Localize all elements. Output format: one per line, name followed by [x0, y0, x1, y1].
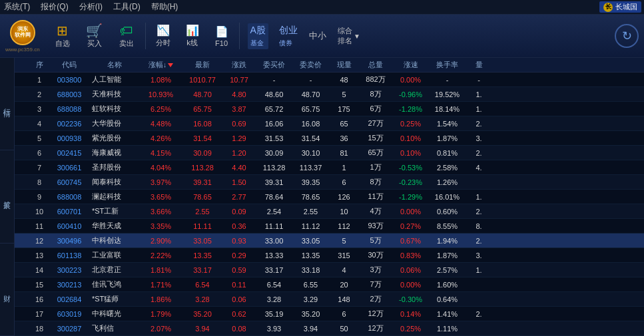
- table-row[interactable]: 12 300496 中科创达 2.90% 33.05 0.93 33.00 33…: [15, 234, 644, 248]
- cell-turnover: 1.87%: [429, 134, 466, 142]
- cell-pct: 4.48%: [139, 120, 182, 128]
- cell-turnover: 2.57%: [429, 266, 466, 274]
- cell-pct: 4.26%: [139, 134, 182, 142]
- kline-icon: 📊: [186, 24, 199, 37]
- sidebar-label-finance[interactable]: 财: [2, 283, 12, 295]
- cell-total: 8万: [359, 177, 392, 187]
- table-row[interactable]: 1 003800 人工智能 1.08% 1010.77 10.77 - - 48…: [15, 73, 644, 87]
- sell-label: 卖出: [119, 39, 134, 49]
- cell-code[interactable]: 300223: [49, 266, 89, 274]
- menu-system[interactable]: 系统(T): [3, 1, 31, 13]
- cell-now: 1: [329, 164, 359, 172]
- cell-change: 1.29: [222, 134, 256, 142]
- cell-code[interactable]: 688003: [49, 90, 89, 98]
- table-row[interactable]: 4 002236 大华股份 4.48% 16.08 0.69 16.06 16.…: [15, 116, 644, 131]
- menu-help[interactable]: 帮助(H): [150, 1, 180, 13]
- cell-code[interactable]: 002236: [49, 120, 89, 128]
- cell-seq: 3: [29, 105, 49, 113]
- table-row[interactable]: 9 688008 澜起科技 3.65% 78.65 2.77 78.64 78.…: [15, 190, 644, 204]
- toolbar: 润东软件网 www.pc359.cn ⊞ 自选 🛒 买入 🏷 卖出 📉 分时 📊…: [0, 15, 644, 58]
- cell-code[interactable]: 603019: [49, 310, 89, 318]
- cell-code[interactable]: 300287: [49, 325, 89, 333]
- cell-vol: 2.: [466, 237, 492, 245]
- cell-code[interactable]: 002415: [49, 149, 89, 157]
- table-row[interactable]: 17 603019 中科曙光 1.79% 35.20 0.62 35.19 35…: [15, 307, 644, 321]
- toolbar-kline-btn[interactable]: 📊 k线: [179, 19, 206, 53]
- table-row[interactable]: 6 002415 海康威视 4.15% 30.09 1.20 30.09 30.…: [15, 146, 644, 160]
- toolbar-afund-btn[interactable]: A股基金: [244, 19, 272, 53]
- cell-vol: 3.: [466, 134, 492, 142]
- table-row[interactable]: 3 688088 虹软科技 6.25% 65.75 3.87 65.72 65.…: [15, 102, 644, 116]
- table-row[interactable]: 13 601138 工业富联 2.22% 13.35 0.29 13.33 13…: [15, 248, 644, 263]
- table-row[interactable]: 14 300223 北京君正 1.81% 33.17 0.59 33.17 33…: [15, 263, 644, 277]
- table-row[interactable]: 16 002684 *ST猛师 1.86% 3.28 0.06 3.28 3.2…: [15, 292, 644, 307]
- toolbar-buy-btn[interactable]: 🛒 买入: [80, 19, 109, 53]
- cell-bid: 33.17: [256, 266, 292, 274]
- toolbar-watchlist-btn[interactable]: ⊞ 自选: [48, 19, 77, 53]
- table-row[interactable]: 2 688003 天准科技 10.93% 48.70 4.80 48.60 48…: [15, 87, 644, 102]
- sidebar-section-expand: 扩展: [0, 150, 14, 243]
- menu-tools[interactable]: 工具(D): [112, 1, 142, 13]
- menu-quote[interactable]: 报价(Q): [39, 1, 69, 13]
- cell-turnover: 0.64%: [429, 295, 466, 303]
- sidebar-label-expand[interactable]: 扩展: [2, 190, 12, 203]
- table-row[interactable]: 18 300287 飞利信 2.07% 3.94 0.08 3.93 3.94 …: [15, 321, 644, 336]
- cell-code[interactable]: 600745: [49, 178, 89, 186]
- header-total: 总量: [359, 60, 392, 70]
- cell-ask: 33.18: [292, 266, 329, 274]
- cell-name: *ST猛师: [89, 294, 139, 304]
- header-bid: 委买价: [256, 60, 292, 70]
- cell-turnover: 0.81%: [429, 149, 466, 157]
- cell-now: 81: [329, 149, 359, 157]
- table-row[interactable]: 15 300213 佳讯飞鸿 1.71% 6.54 0.11 6.54 6.55…: [15, 277, 644, 292]
- cell-total: 3万: [359, 265, 392, 275]
- toolbar-small-btn[interactable]: 中小: [304, 19, 331, 53]
- toolbar-f10-btn[interactable]: 📄 F10: [208, 19, 235, 53]
- cell-turnover: 1.26%: [429, 178, 466, 186]
- cell-price: 33.17: [182, 266, 222, 274]
- cell-code[interactable]: 300496: [49, 237, 89, 245]
- table-row[interactable]: 5 000938 紫光股份 4.26% 31.54 1.29 31.53 31.…: [15, 131, 644, 146]
- table-row[interactable]: 10 600701 *ST工新 3.66% 2.55 0.09 2.54 2.5…: [15, 204, 644, 219]
- cell-seq: 6: [29, 149, 49, 157]
- cell-ask: 78.65: [292, 193, 329, 201]
- cell-ask: 16.08: [292, 120, 329, 128]
- cell-name: 华胜天成: [89, 221, 139, 231]
- toolbar-rank-btn[interactable]: 综合排名 ▼: [334, 19, 364, 53]
- cell-name: 紫光股份: [89, 133, 139, 143]
- cell-code[interactable]: 300661: [49, 164, 89, 172]
- cell-name: 工业富联: [89, 250, 139, 260]
- menu-analysis[interactable]: 分析(I): [78, 1, 104, 13]
- table-row[interactable]: 8 600745 闻泰科技 3.97% 39.31 1.50 39.31 39.…: [15, 175, 644, 190]
- cell-turnover: -: [429, 76, 466, 84]
- cell-total: 882万: [359, 75, 392, 84]
- toolbar-bond-btn[interactable]: 创业债券: [275, 19, 302, 53]
- cell-code[interactable]: 300213: [49, 281, 89, 289]
- cell-name: 中科创达: [89, 236, 139, 246]
- cell-pct: 2.90%: [139, 237, 182, 245]
- cell-speed: 0.25%: [392, 120, 429, 128]
- cell-code[interactable]: 688088: [49, 105, 89, 113]
- cell-code[interactable]: 600410: [49, 222, 89, 230]
- cell-bid: 3.93: [256, 325, 292, 333]
- cell-price: 65.75: [182, 105, 222, 113]
- cell-ask: 6.55: [292, 281, 329, 289]
- refresh-button[interactable]: ↻: [615, 24, 639, 48]
- cell-code[interactable]: 600701: [49, 208, 89, 216]
- toolbar-minute-btn[interactable]: 📉 分时: [150, 19, 176, 53]
- cell-code[interactable]: 003800: [49, 76, 89, 84]
- cell-price: 16.08: [182, 120, 222, 128]
- sidebar-label-hangqing[interactable]: 行情: [2, 97, 12, 110]
- cell-speed: -0.30%: [392, 295, 429, 303]
- table-row[interactable]: 7 300661 圣邦股份 4.04% 113.28 4.40 113.28 1…: [15, 160, 644, 175]
- cell-ask: 30.10: [292, 149, 329, 157]
- cell-code[interactable]: 002684: [49, 295, 89, 303]
- minute-icon: 📉: [157, 24, 170, 37]
- cell-code[interactable]: 688008: [49, 193, 89, 201]
- cell-vol: 2.: [466, 208, 492, 216]
- cell-name: 中科曙光: [89, 309, 139, 319]
- table-row[interactable]: 11 600410 华胜天成 3.35% 11.11 0.36 11.11 11…: [15, 219, 644, 234]
- toolbar-sell-btn[interactable]: 🏷 卖出: [112, 19, 141, 53]
- cell-code[interactable]: 601138: [49, 252, 89, 259]
- cell-code[interactable]: 000938: [49, 134, 89, 142]
